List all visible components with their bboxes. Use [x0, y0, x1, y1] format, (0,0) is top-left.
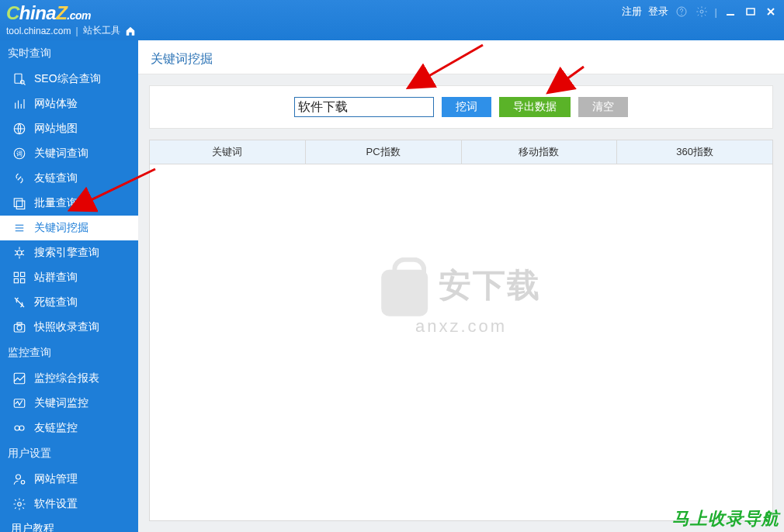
svg-rect-30 — [14, 373, 25, 384]
svg-rect-26 — [21, 279, 25, 283]
batch-icon — [12, 196, 26, 210]
link-icon — [12, 171, 26, 185]
close-icon[interactable] — [764, 5, 778, 19]
page-title: 关键词挖掘 — [138, 40, 784, 74]
sidebar-item-sitegroup[interactable]: 站群查询 — [0, 265, 138, 290]
help-icon[interactable] — [675, 5, 689, 19]
sidebar-item-label: 网站体验 — [34, 97, 78, 111]
sidebar-item-label: 友链监控 — [34, 421, 78, 435]
logo-domain: tool.chinaz.com — [6, 26, 71, 36]
sidebar-item-site-manage[interactable]: 网站管理 — [0, 467, 138, 492]
svg-point-22 — [17, 250, 22, 255]
svg-rect-25 — [14, 279, 18, 283]
sidebar-item-sitemap[interactable]: 网站地图 — [0, 116, 138, 141]
col-keyword: 关键词 — [150, 140, 306, 164]
sidebar: 实时查询 SEO综合查询 网站体验 网站地图 词 关键词查询 友链查询 批量查询… — [0, 40, 138, 532]
sidebar-item-label: 关键词查询 — [34, 147, 88, 161]
sidebar-item-keyword-mining[interactable]: 关键词挖掘 — [0, 216, 138, 240]
col-360-index: 360指数 — [617, 140, 772, 164]
sidebar-item-site-exp[interactable]: 网站体验 — [0, 92, 138, 116]
spider-icon — [12, 246, 26, 260]
minimize-icon[interactable] — [723, 5, 737, 19]
header-right: 注册 登录 | — [622, 5, 778, 19]
settings-icon[interactable] — [695, 5, 709, 19]
svg-text:词: 词 — [16, 150, 23, 157]
globe-icon — [12, 122, 26, 136]
svg-point-36 — [18, 503, 22, 506]
dig-button[interactable]: 挖词 — [442, 97, 491, 117]
sidebar-item-friendlink-monitor[interactable]: 友链监控 — [0, 416, 138, 440]
svg-rect-17 — [14, 199, 23, 207]
svg-point-28 — [17, 326, 22, 330]
sidebar-group-user: 用户设置 — [0, 440, 138, 467]
grid-icon — [12, 271, 26, 285]
svg-rect-23 — [14, 272, 18, 276]
keyword-icon: 词 — [12, 147, 26, 161]
sidebar-item-monitor-report[interactable]: 监控综合报表 — [0, 366, 138, 391]
bars-icon — [12, 97, 26, 111]
list-icon — [12, 221, 26, 235]
sidebar-item-label: 网站地图 — [34, 122, 78, 136]
sidebar-item-software-settings[interactable]: 软件设置 — [0, 492, 138, 516]
broken-link-icon — [12, 295, 26, 309]
svg-point-33 — [19, 426, 24, 430]
sidebar-item-seo[interactable]: SEO综合查询 — [0, 67, 138, 92]
link-monitor-icon — [12, 421, 26, 435]
sidebar-item-label: 批量查询 — [34, 196, 78, 210]
svg-rect-4 — [747, 9, 755, 15]
gear-icon — [12, 497, 26, 511]
sidebar-item-label: 死链查询 — [34, 295, 78, 309]
svg-point-32 — [15, 426, 19, 430]
sidebar-item-label: 站群查询 — [34, 271, 78, 285]
sidebar-item-label: 关键词监控 — [34, 396, 88, 410]
svg-line-9 — [23, 83, 25, 85]
sidebar-item-search-engine[interactable]: 搜索引擎查询 — [0, 240, 138, 265]
sidebar-item-keyword-monitor[interactable]: 关键词监控 — [0, 391, 138, 416]
camera-icon — [12, 320, 26, 334]
sidebar-item-label: 搜索引擎查询 — [34, 246, 99, 260]
search-doc-icon — [12, 72, 26, 86]
sidebar-group-realtime: 实时查询 — [0, 40, 138, 67]
sidebar-item-label: 网站管理 — [34, 472, 78, 486]
sidebar-item-batch[interactable]: 批量查询 — [0, 191, 138, 216]
sidebar-item-user-guide[interactable]: 用户教程 — [0, 516, 138, 532]
sidebar-item-snapshot[interactable]: 快照收录查询 — [0, 315, 138, 340]
login-link[interactable]: 登录 — [648, 5, 668, 19]
watermark: 安下载 anxz.com — [381, 264, 541, 337]
clear-button[interactable]: 清空 — [578, 97, 628, 117]
export-button[interactable]: 导出数据 — [499, 97, 571, 117]
sidebar-item-keyword-query[interactable]: 词 关键词查询 — [0, 141, 138, 166]
user-gear-icon — [12, 472, 26, 486]
sidebar-item-deadlink[interactable]: 死链查询 — [0, 290, 138, 315]
sidebar-item-label: 快照收录查询 — [34, 320, 99, 334]
chart-icon — [12, 371, 26, 385]
keyword-input[interactable] — [294, 97, 434, 117]
lock-icon — [381, 270, 428, 316]
svg-rect-29 — [17, 323, 22, 325]
watermark-big: 安下载 — [439, 267, 541, 303]
table-header: 关键词 PC指数 移动指数 360指数 — [150, 140, 772, 164]
sidebar-item-label: SEO综合查询 — [34, 72, 101, 86]
sidebar-item-friendlink[interactable]: 友链查询 — [0, 166, 138, 191]
sidebar-item-label: 友链查询 — [34, 171, 78, 185]
svg-point-8 — [21, 81, 25, 85]
sidebar-item-label: 软件设置 — [34, 497, 78, 511]
svg-rect-18 — [16, 201, 25, 209]
promo-tag: 马上收录导航 — [672, 507, 779, 530]
svg-point-2 — [700, 10, 703, 13]
sidebar-item-label: 监控综合报表 — [34, 371, 99, 385]
logo-divider: | — [75, 26, 78, 36]
sidebar-item-label: 用户教程 — [11, 522, 54, 532]
app-header: ChinaZ.com tool.chinaz.com | 站长工具 注册 登录 … — [0, 0, 784, 40]
maximize-icon[interactable] — [744, 5, 758, 19]
toolbar: 挖词 导出数据 清空 — [149, 85, 773, 129]
results-table: 关键词 PC指数 移动指数 360指数 安下载 anxz.com — [149, 140, 773, 521]
logo-main: ChinaZ.com — [6, 3, 136, 22]
watermark-small: anxz.com — [381, 316, 541, 337]
main-panel: 关键词挖掘 挖词 导出数据 清空 关键词 PC指数 移动指数 360指数 安下载… — [138, 40, 784, 532]
sidebar-group-monitor: 监控查询 — [0, 340, 138, 366]
home-icon[interactable] — [125, 26, 136, 36]
svg-point-34 — [16, 475, 21, 479]
col-pc-index: PC指数 — [306, 140, 462, 164]
register-link[interactable]: 注册 — [622, 5, 642, 19]
